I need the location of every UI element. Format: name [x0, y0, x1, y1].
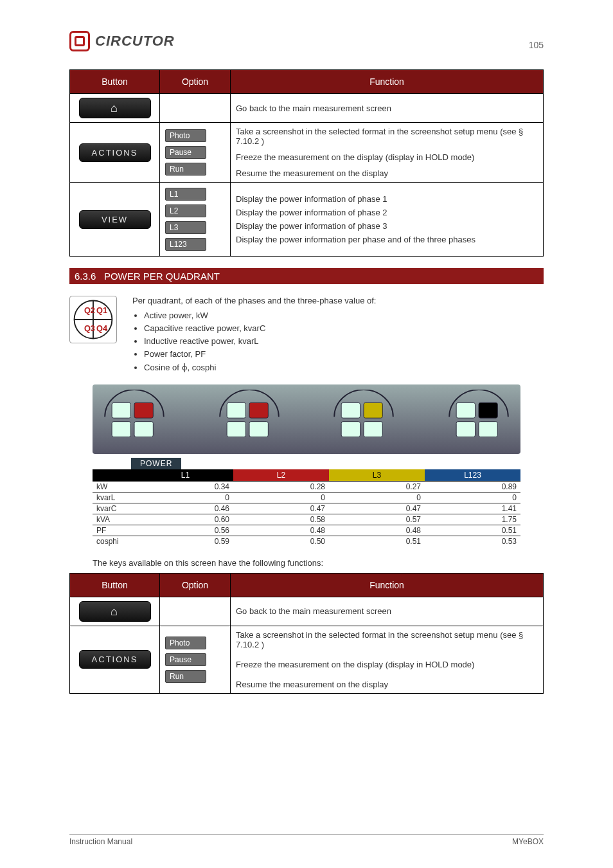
- row-value: 0.59: [138, 536, 233, 547]
- row-value: 0: [233, 492, 329, 503]
- row-label: cosphi: [93, 536, 138, 547]
- fn-text: Resume the measurement on the display: [236, 168, 538, 178]
- fn-text: Take a screenshot in the selected format…: [236, 630, 538, 649]
- row-value: 0: [138, 492, 233, 503]
- table-row: ACTIONS Photo Pause Run Take a screensho…: [70, 626, 544, 693]
- table-row: cosphi0.590.500.510.53: [93, 536, 520, 547]
- paragraph: The keys available on this screen have t…: [93, 558, 520, 568]
- brand-mark-icon: [69, 31, 90, 51]
- fn-text: Display the power information of phase 2: [236, 208, 538, 217]
- svg-rect-15: [341, 402, 360, 418]
- col-function: Function: [231, 70, 544, 94]
- option-run[interactable]: Run: [165, 163, 206, 176]
- row-value: 0.46: [138, 503, 233, 514]
- page-number-top: 105: [529, 40, 544, 50]
- power-data-table: L1 L2 L3 L123 kW0.340.280.270.89kvarL000…: [93, 469, 520, 547]
- col-l1: L1: [138, 469, 233, 482]
- option-l2[interactable]: L2: [165, 204, 206, 217]
- table-row: kVA0.600.580.571.75: [93, 514, 520, 525]
- col-button: Button: [70, 573, 160, 597]
- col-button: Button: [70, 70, 160, 94]
- fn-text: Display the power information of phase 3: [236, 221, 538, 231]
- svg-text:Q1: Q1: [96, 305, 107, 315]
- button-option-function-table-2: Button Option Function ⌂ Go back to the …: [69, 573, 544, 694]
- fn-text: Freeze the measurement on the display (d…: [236, 660, 538, 669]
- footer-right: MYeBOX: [512, 837, 544, 846]
- row-value: 0.51: [329, 536, 425, 547]
- table-row: ACTIONS Photo Pause Run Take a screensho…: [70, 123, 544, 183]
- row-label: kvarC: [93, 503, 138, 514]
- table-row: PF0.560.480.480.51: [93, 525, 520, 536]
- power-table-title: POWER: [131, 458, 181, 469]
- section-heading: 6.3.6 POWER PER QUADRANT: [69, 268, 544, 284]
- svg-rect-18: [364, 421, 382, 437]
- row-value: 0.27: [329, 481, 425, 492]
- row-label: kvarL: [93, 492, 138, 503]
- col-l3: L3: [329, 469, 425, 482]
- row-value: 0.56: [138, 525, 233, 536]
- list-item: Inductive reactive power, kvarL: [144, 335, 376, 348]
- option-l123[interactable]: L123: [165, 238, 206, 251]
- fn-text: Take a screenshot in the selected format…: [236, 127, 538, 146]
- row-value: 0.58: [233, 514, 329, 525]
- section-number: 6.3.6: [75, 271, 96, 282]
- svg-rect-9: [112, 421, 130, 437]
- option-photo[interactable]: Photo: [165, 129, 206, 142]
- table-row: kvarL0000: [93, 492, 520, 503]
- svg-rect-7: [112, 402, 130, 418]
- svg-rect-10: [134, 421, 153, 437]
- option-photo[interactable]: Photo: [165, 637, 206, 649]
- svg-rect-11: [227, 402, 245, 418]
- svg-rect-13: [227, 421, 245, 437]
- row-value: 0.28: [233, 481, 329, 492]
- quadrant-card: [99, 390, 170, 449]
- row-label: kVA: [93, 514, 138, 525]
- actions-button[interactable]: ACTIONS: [79, 650, 151, 669]
- view-button[interactable]: VIEW: [79, 210, 151, 229]
- row-value: 0: [425, 492, 520, 503]
- row-value: 0.60: [138, 514, 233, 525]
- option-l1[interactable]: L1: [165, 188, 206, 201]
- list-item: Capacitive reactive power, kvarC: [144, 322, 376, 335]
- row-value: 0.47: [329, 503, 425, 514]
- table-row: ⌂ Go back to the main measurement screen: [70, 597, 544, 626]
- intro-line: Per quadrant, of each of the phases and …: [132, 296, 376, 305]
- actions-button[interactable]: ACTIONS: [79, 143, 151, 162]
- svg-rect-14: [249, 421, 268, 437]
- home-icon: ⌂: [111, 102, 119, 114]
- svg-rect-17: [341, 421, 360, 437]
- row-value: 0.51: [425, 525, 520, 536]
- svg-rect-21: [456, 421, 475, 437]
- row-label: kW: [93, 481, 138, 492]
- row-value: 0.57: [329, 514, 425, 525]
- measurements-list: Active power, kW Capacitive reactive pow…: [144, 309, 376, 374]
- col-blank: [93, 469, 138, 482]
- row-value: 1.75: [425, 514, 520, 525]
- quadrant-card: [214, 390, 285, 449]
- row-value: 0.34: [138, 481, 233, 492]
- col-l2: L2: [233, 469, 329, 482]
- row-value: 0: [329, 492, 425, 503]
- fn-text: Freeze the measurement on the display (d…: [236, 152, 538, 162]
- option-pause[interactable]: Pause: [165, 653, 206, 666]
- svg-rect-19: [456, 402, 475, 418]
- option-run[interactable]: Run: [165, 670, 206, 683]
- option-pause[interactable]: Pause: [165, 146, 206, 159]
- quadrant-preview-strip: [93, 384, 520, 454]
- quadrant-icon: Q2 Q1 Q3 Q4: [69, 296, 117, 343]
- row-value: 0.47: [233, 503, 329, 514]
- svg-text:Q4: Q4: [96, 323, 108, 333]
- table-row: kW0.340.280.270.89: [93, 481, 520, 492]
- section-title: POWER PER QUADRANT: [104, 271, 220, 282]
- option-l3[interactable]: L3: [165, 221, 206, 234]
- list-item: Active power, kW: [144, 309, 376, 322]
- brand-header: CIRCUTOR: [69, 31, 544, 51]
- table-row: ⌂ Go back to the main measurement screen: [70, 94, 544, 123]
- page-footer: Instruction Manual MYeBOX: [69, 834, 544, 846]
- home-button[interactable]: ⌂: [79, 98, 151, 118]
- home-button[interactable]: ⌂: [79, 601, 151, 622]
- table-row: VIEW L1 L2 L3 L123 Display the power inf…: [70, 183, 544, 257]
- home-icon: ⌂: [111, 605, 119, 618]
- quadrant-card: [443, 390, 514, 449]
- svg-text:Q3: Q3: [84, 323, 95, 333]
